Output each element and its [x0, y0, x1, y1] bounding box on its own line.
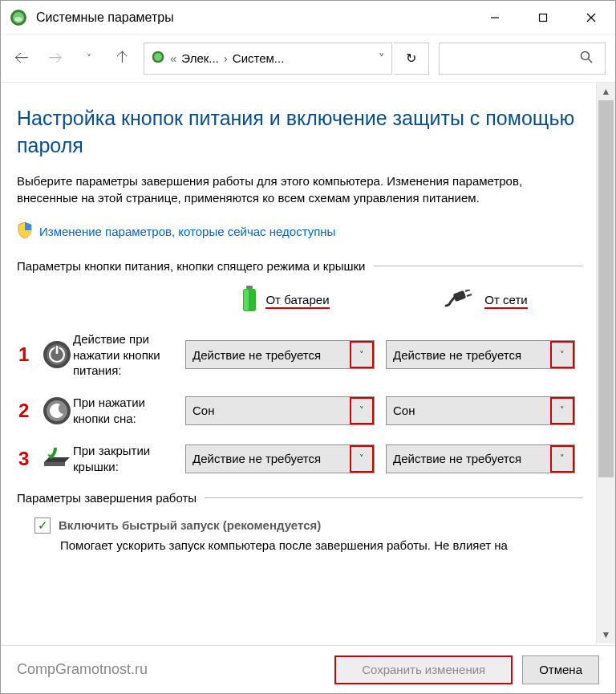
chevron-right-icon[interactable]: ›: [224, 51, 228, 65]
svg-line-15: [465, 290, 470, 291]
lid-close-battery-select[interactable]: Действие не требуется ˅: [185, 444, 375, 473]
app-icon: [9, 8, 28, 27]
fast-startup-label: Включить быстрый запуск (рекомендуется): [59, 518, 321, 532]
svg-rect-11: [246, 286, 253, 289]
svg-line-10: [589, 59, 593, 63]
section-shutdown-label: Параметры завершения работы: [17, 491, 197, 505]
svg-point-9: [582, 52, 590, 60]
row-sleep-button-label: При нажатии кнопки сна:: [73, 395, 185, 426]
power-button-icon: [41, 339, 73, 371]
up-button[interactable]: 🡡: [107, 43, 139, 75]
fast-startup-checkbox[interactable]: ✓: [34, 517, 51, 534]
scroll-thumb[interactable]: [598, 100, 614, 477]
chevron-down-icon: ˅: [350, 445, 374, 473]
select-value: Действие не требуется: [192, 348, 321, 362]
lid-close-icon: [41, 443, 73, 475]
select-value: Действие не требуется: [192, 452, 321, 465]
breadcrumb-sep: «: [170, 51, 176, 65]
content-area: Настройка кнопок питания и включение защ…: [1, 83, 596, 643]
section-power-buttons-label: Параметры кнопки питания, кнопки спящего…: [17, 259, 366, 273]
cancel-button[interactable]: Отмена: [522, 655, 599, 684]
sleep-button-plugged-select[interactable]: Сон ˅: [386, 396, 575, 425]
uac-change-link[interactable]: Изменение параметров, которые сейчас нед…: [39, 225, 335, 238]
uac-link-row: Изменение параметров, которые сейчас нед…: [17, 221, 583, 241]
svg-point-2: [14, 17, 22, 22]
row-power-button: 1 Действие при нажатии кнопки питания: Д…: [17, 331, 583, 379]
scroll-down-arrow[interactable]: ▼: [597, 626, 615, 643]
refresh-button[interactable]: ↻: [394, 43, 429, 75]
row-lid-close-label: При закрытии крышки:: [73, 443, 185, 474]
select-value: Действие не требуется: [393, 348, 521, 362]
sleep-button-icon: [41, 395, 73, 427]
page-description: Выберите параметры завершения работы для…: [17, 172, 583, 208]
maximize-button[interactable]: [519, 2, 567, 34]
recent-dropdown[interactable]: ˅: [73, 43, 105, 75]
row-sleep-button: 2 При нажатии кнопки сна: Сон ˅ Сон ˅: [17, 395, 583, 427]
forward-button[interactable]: 🡢: [39, 43, 71, 75]
watermark: CompGramotnost.ru: [17, 661, 148, 678]
select-value: Сон: [393, 404, 415, 417]
row-lid-close: 3 При закрытии крышки: Действие не требу…: [17, 443, 583, 475]
chevron-down-icon: ˅: [550, 397, 574, 424]
power-button-battery-select[interactable]: Действие не требуется ˅: [185, 340, 375, 369]
sleep-button-battery-select[interactable]: Сон ˅: [185, 396, 375, 425]
chevron-down-icon: ˅: [350, 341, 374, 368]
svg-rect-14: [453, 290, 467, 302]
columns-header: От батареи От сети: [17, 286, 583, 315]
address-dropdown[interactable]: ˅: [379, 51, 385, 66]
close-button[interactable]: [567, 2, 615, 34]
annotation-number: 1: [17, 343, 41, 366]
footer: CompGramotnost.ru Сохранить изменения От…: [1, 645, 615, 693]
plug-icon: [444, 290, 476, 311]
chevron-down-icon: ˅: [550, 445, 574, 473]
power-button-plugged-select[interactable]: Действие не требуется ˅: [386, 340, 575, 369]
page-title: Настройка кнопок питания и включение защ…: [17, 105, 583, 160]
svg-rect-4: [540, 14, 547, 21]
window-controls: [471, 2, 615, 34]
svg-rect-25: [44, 462, 65, 466]
fast-startup-desc: Помогает ускорить запуск компьютера посл…: [60, 538, 583, 552]
divider: [374, 266, 583, 266]
scroll-up-arrow[interactable]: ▲: [597, 83, 615, 100]
row-power-button-label: Действие при нажатии кнопки питания:: [73, 331, 185, 379]
chevron-down-icon: ˅: [550, 341, 574, 368]
folder-icon: [151, 50, 165, 67]
battery-icon: [241, 286, 257, 315]
cancel-button-label: Отмена: [539, 663, 582, 676]
minimize-button[interactable]: [471, 2, 519, 34]
window-title: Системные параметры: [36, 10, 174, 25]
divider: [205, 497, 583, 498]
breadcrumb-seg2[interactable]: Систем...: [233, 51, 285, 65]
search-icon: [579, 50, 594, 67]
section-shutdown: Параметры завершения работы: [17, 491, 583, 505]
navbar: 🡠 🡢 ˅ 🡡 « Элек... › Систем... ˅ ↻: [1, 34, 615, 83]
save-button-label: Сохранить изменения: [362, 663, 485, 676]
breadcrumb-seg1[interactable]: Элек...: [181, 51, 218, 65]
annotation-number: 2: [17, 400, 41, 422]
shield-icon: [17, 221, 33, 241]
chevron-down-icon: ˅: [350, 397, 374, 424]
select-value: Действие не требуется: [393, 452, 521, 465]
svg-rect-13: [244, 290, 249, 310]
search-input[interactable]: [439, 43, 606, 75]
annotation-number: 3: [17, 448, 41, 470]
svg-line-16: [467, 294, 472, 296]
lid-close-plugged-select[interactable]: Действие не требуется ˅: [386, 444, 575, 473]
address-bar[interactable]: « Элек... › Систем... ˅: [144, 43, 392, 75]
fast-startup-row: ✓ Включить быстрый запуск (рекомендуется…: [34, 517, 583, 534]
select-value: Сон: [192, 404, 214, 417]
column-battery-label: От батареи: [265, 293, 329, 309]
titlebar: Системные параметры: [1, 1, 615, 34]
section-power-buttons: Параметры кнопки питания, кнопки спящего…: [17, 259, 583, 273]
vertical-scrollbar[interactable]: ▲ ▼: [596, 83, 615, 643]
save-button[interactable]: Сохранить изменения: [334, 655, 513, 684]
svg-point-8: [154, 53, 162, 61]
column-plugged-label: От сети: [484, 293, 527, 309]
back-button[interactable]: 🡠: [6, 43, 38, 75]
